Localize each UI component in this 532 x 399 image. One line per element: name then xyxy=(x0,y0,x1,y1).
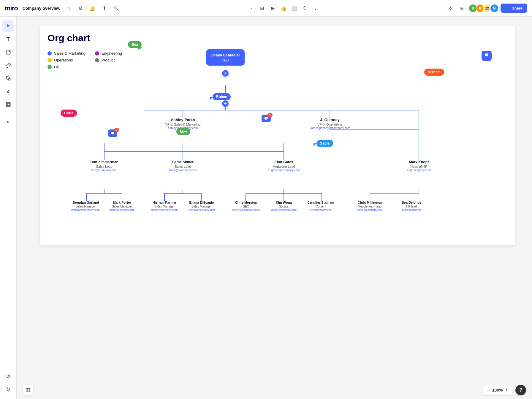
comment-bubble[interactable] xyxy=(482,51,492,61)
org-content: Org chart Sales & Marketing Operations xyxy=(40,26,515,245)
chat-icon-1: 💬 xyxy=(110,131,115,135)
kim-email: wong@company.com xyxy=(265,208,303,211)
tool-pen[interactable] xyxy=(2,72,14,84)
bea-d-node[interactable]: Bea Delonge HR lead bea@company.c xyxy=(392,201,431,211)
tool-undo[interactable]: ↺ xyxy=(2,370,14,382)
legend-hr: HR xyxy=(48,65,86,69)
zoom-fit-icon[interactable]: ⊕ xyxy=(457,4,467,13)
mark-p-name: Mark Porter xyxy=(103,201,141,204)
back-icon[interactable]: › xyxy=(247,4,256,13)
topbar-center: › ⊞ ▶ 👍 ⬜ ⏱ ⌄ xyxy=(121,4,446,13)
cursor-bea-arrow xyxy=(136,45,142,51)
tool-text[interactable]: T xyxy=(2,33,14,45)
glenney-email: jamesglenney@company.com xyxy=(311,126,349,130)
miro-logo: miro xyxy=(5,4,18,12)
tool-link[interactable] xyxy=(2,59,14,71)
settings-icon[interactable]: ⚙ xyxy=(76,4,85,13)
canvas[interactable]: Org chart Sales & Marketing Operations xyxy=(17,17,532,399)
mark-p-node[interactable]: Mark Porter Sales Manager mark@company.c… xyxy=(103,201,141,211)
legend-col-2: Engineering Product xyxy=(95,51,122,69)
brendan-node[interactable]: Brendan Garland Sales Manager brendan@co… xyxy=(66,201,105,211)
mark-k-email: hr@company.com xyxy=(400,169,438,172)
tool-text-large[interactable]: A xyxy=(2,86,14,97)
tool-frame[interactable] xyxy=(2,99,14,110)
tool-more[interactable]: » xyxy=(2,115,14,127)
zoom-out-button[interactable]: − xyxy=(487,387,490,393)
tom-email: tom@company.com xyxy=(85,169,124,172)
legend-label-ops: Operations xyxy=(54,58,73,62)
ceo-node[interactable]: Chaya El Masjar CEO xyxy=(206,49,245,66)
chris-mil-node[interactable]: Chris Millington People team lead sales@… xyxy=(351,201,389,211)
panel-toggle[interactable] xyxy=(23,385,33,395)
chat-badge-1: 2 xyxy=(114,128,119,132)
cursor-hisham: Hisham xyxy=(424,69,444,76)
tom-node[interactable]: Tom Zimmerman Sales Lead tom@company.com xyxy=(85,160,124,172)
present-icon[interactable]: ▶ xyxy=(268,4,278,13)
legend-col-1: Sales & Marketing Operations HR xyxy=(48,51,86,69)
sadie-s-role: Sales Lead xyxy=(164,165,202,168)
tool-cursor[interactable] xyxy=(2,20,14,32)
elon-name: Elon Gates xyxy=(265,160,303,164)
emma-node[interactable]: Emma DiScanio Sales Manager emma@company… xyxy=(182,201,221,211)
chris-mil-name: Chris Millington xyxy=(351,201,389,204)
legend-label-hr: HR xyxy=(54,65,60,69)
topbar-right: ⊹ ⊕ B R 12 M 👤 Share xyxy=(446,4,527,13)
timer-icon[interactable]: ⏱ xyxy=(300,4,310,13)
hisham-p-node[interactable]: Hisham Parmar Sales Manager hisham@compa… xyxy=(145,201,184,211)
kim-node[interactable]: Kim Wong Socials wong@company.com xyxy=(265,201,303,211)
plus-btn-top[interactable]: + xyxy=(221,69,229,77)
legend-dot-gray xyxy=(95,58,99,62)
sadie-s-email: sadie@company.com xyxy=(164,169,202,172)
cursor-sadie-arrow xyxy=(314,143,316,146)
left-sidebar: T A » ↺ ↻ xyxy=(0,17,17,399)
help-button[interactable]: ? xyxy=(515,385,526,395)
chat-bubble-1[interactable]: 💬 2 xyxy=(108,129,117,137)
star-icon[interactable]: ☆ xyxy=(64,4,73,13)
bea-d-email: bea@company.c xyxy=(392,208,431,211)
bea-d-role: HR lead xyxy=(392,205,431,208)
mark-k-node[interactable]: Mark Knopf Head of HR hr@company.com xyxy=(400,160,438,172)
board-name[interactable]: Company overview xyxy=(23,6,61,11)
zoom-in-button[interactable]: + xyxy=(505,387,508,393)
chris-m-role: SEO xyxy=(227,205,265,208)
ashley-role: VP of Sales & Marketing xyxy=(164,123,202,126)
cursor-mae-arrow xyxy=(183,132,186,135)
share-button[interactable]: 👤 Share xyxy=(501,4,527,13)
jennifer-email: jen@company.com xyxy=(302,208,340,211)
like-icon[interactable]: 👍 xyxy=(279,4,288,13)
sidebar-divider xyxy=(4,113,13,113)
elon-node[interactable]: Elon Gates Marketing Lead el.gates@compa… xyxy=(265,160,303,172)
table-icon[interactable]: ⊞ xyxy=(257,4,267,13)
org-divider xyxy=(48,46,107,46)
upload-icon[interactable]: ⬆ xyxy=(99,4,109,13)
ashley-name: Ashley Parks xyxy=(164,118,202,122)
legend-dot-yellow xyxy=(48,58,52,62)
glenney-node[interactable]: J. Glenney VP of Operations jamesglenney… xyxy=(311,118,349,130)
chris-m-node[interactable]: Chris Morston SEO chris.m@company.com xyxy=(227,201,265,211)
sadie-s-node[interactable]: Sadie Skiner Sales Lead sadie@company.co… xyxy=(164,160,202,172)
jennifer-node[interactable]: Jennifer Statham Content jen@company.com xyxy=(302,201,340,211)
mark-k-name: Mark Knopf xyxy=(400,160,438,164)
chat-icon-2: 💬 xyxy=(264,116,268,121)
plus-btn-middle[interactable]: + xyxy=(221,100,229,107)
svg-rect-0 xyxy=(6,50,10,54)
legend-eng: Engineering xyxy=(95,51,122,56)
frame-icon[interactable]: ⬜ xyxy=(289,4,299,13)
zoom-level: 100% xyxy=(492,388,503,392)
avatar-main: M xyxy=(490,4,499,13)
tool-redo[interactable]: ↻ xyxy=(2,384,14,395)
legend: Sales & Marketing Operations HR Engineer… xyxy=(48,51,508,69)
cursor-mode-icon[interactable]: ⊹ xyxy=(446,4,455,13)
search-icon[interactable]: 🔍 xyxy=(111,4,121,13)
jennifer-role: Content xyxy=(302,205,340,208)
tool-sticky[interactable] xyxy=(2,46,14,58)
notification-icon[interactable]: 🔔 xyxy=(88,4,97,13)
chat-bubble-2[interactable]: 💬 1 xyxy=(262,115,271,122)
legend-product: Product xyxy=(95,58,122,62)
cursor-hisham-arrow xyxy=(435,72,438,75)
more-toolbar-icon[interactable]: ⌄ xyxy=(311,4,320,13)
brendan-email: brendan@company.com xyxy=(66,208,105,211)
cursor-ruben-arrow xyxy=(210,97,213,100)
legend-label-product: Product xyxy=(102,58,115,62)
cursor-chris-arrow xyxy=(72,113,76,116)
